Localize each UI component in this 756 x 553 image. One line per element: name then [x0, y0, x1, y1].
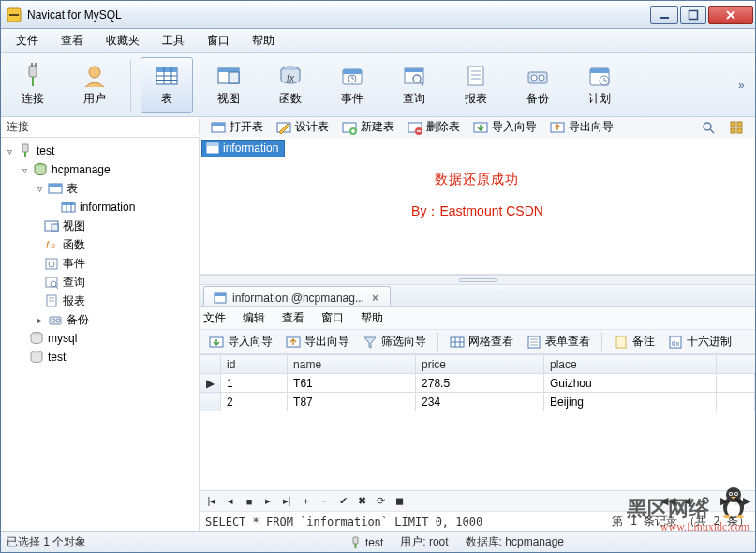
nav-last[interactable]: ▸| [278, 494, 295, 509]
svg-point-79 [56, 319, 60, 322]
smtb-design-table[interactable]: 设计表 [271, 117, 334, 137]
tree-group-tables[interactable]: ▿表 [1, 179, 199, 198]
maximize-button[interactable] [680, 6, 706, 24]
main-toolbar: 连接 用户 表 视图 fx 函数 事件 查询 报表 [1, 53, 755, 117]
submenu-view[interactable]: 查看 [282, 310, 304, 326]
tree-db-hcpmanage[interactable]: ▿hcpmanage [1, 160, 199, 179]
nav-del[interactable]: － [316, 494, 333, 509]
svg-rect-100 [354, 544, 356, 548]
tb-connect[interactable]: 连接 [7, 57, 59, 113]
selected-object-chip[interactable]: information [201, 140, 285, 157]
table-item-icon [61, 200, 76, 215]
nav-first[interactable]: |◂ [203, 494, 220, 509]
queries-icon [44, 275, 59, 290]
smtb-open-table[interactable]: 打开表 [205, 117, 269, 137]
nav-add[interactable]: ＋ [297, 494, 314, 509]
nav-refresh[interactable]: ⟳ [372, 494, 389, 509]
svg-rect-42 [212, 123, 225, 126]
tree-group-funcs[interactable]: fo函数 [1, 235, 199, 254]
submenu-help[interactable]: 帮助 [361, 310, 383, 326]
smtb-import[interactable]: 导入向导 [467, 117, 542, 137]
table-row[interactable]: 2 T87 234 Beijing [200, 393, 755, 411]
tb-event[interactable]: 事件 [326, 57, 378, 113]
tree-db-test[interactable]: test [1, 348, 199, 366]
subtb-hex[interactable]: 0x十六进制 [662, 332, 737, 351]
tree-conn-test[interactable]: ▿test [1, 142, 199, 160]
subtb-memo[interactable]: 备注 [608, 332, 660, 351]
tb-plan[interactable]: 计划 [573, 57, 626, 113]
col-place[interactable]: place [543, 355, 716, 374]
tree-group-events[interactable]: 事件 [1, 254, 199, 273]
app-icon [7, 7, 22, 22]
toolbar-overflow[interactable]: » [738, 79, 749, 92]
tb-user[interactable]: 用户 [68, 57, 121, 113]
minimize-button[interactable] [650, 6, 678, 24]
connection-tree[interactable]: ▿test ▿hcpmanage ▿表 information 视图 fo函数 … [1, 138, 200, 531]
nav-page-next[interactable]: ▶▶ [734, 494, 751, 509]
tree-group-reports[interactable]: 报表 [1, 291, 199, 310]
svg-rect-66 [52, 224, 58, 231]
svg-point-8 [89, 67, 100, 78]
svg-rect-53 [737, 122, 742, 127]
tb-table[interactable]: 表 [141, 57, 193, 113]
tb-view[interactable]: 视图 [202, 57, 255, 113]
nav-page-down[interactable]: ▶ [716, 494, 733, 509]
tb-report[interactable]: 报表 [450, 57, 502, 113]
pane-grip[interactable] [200, 276, 755, 285]
subtb-filter[interactable]: 筛选向导 [357, 332, 432, 351]
smtb-search[interactable] [695, 118, 721, 137]
tree-group-views[interactable]: 视图 [1, 217, 199, 235]
data-tab[interactable]: information @hcpmanag... × [203, 286, 391, 306]
smtb-new-table[interactable]: 新建表 [336, 117, 400, 137]
table-row[interactable]: ▶ 1 T61 278.5 Guizhou [200, 374, 755, 393]
nav-prev[interactable]: ◂ [222, 494, 239, 509]
nav-page-up[interactable]: ◀ [678, 494, 695, 509]
smtb-gridmode[interactable] [723, 118, 749, 137]
menu-fav[interactable]: 收藏夹 [95, 30, 151, 52]
tree-table-information[interactable]: information [1, 198, 199, 217]
smtb-export[interactable]: 导出向导 [544, 117, 619, 137]
design-table-icon [276, 120, 291, 135]
menu-window[interactable]: 窗口 [196, 30, 241, 52]
table-item-icon [206, 142, 219, 155]
nav-page-prev[interactable]: ◀◀ [660, 494, 676, 509]
table-icon [154, 63, 180, 89]
svg-rect-10 [156, 67, 177, 72]
subtb-formview[interactable]: 表单查看 [521, 332, 596, 351]
subtb-import[interactable]: 导入向导 [203, 332, 278, 351]
backups-icon [48, 312, 63, 327]
menu-view[interactable]: 查看 [50, 30, 95, 52]
col-id[interactable]: id [221, 355, 288, 374]
close-button[interactable] [708, 6, 753, 24]
tab-close-icon[interactable]: × [370, 291, 380, 305]
tree-db-mysql[interactable]: mysql [1, 329, 199, 348]
subtb-export[interactable]: 导出向导 [280, 332, 355, 351]
col-name[interactable]: name [288, 355, 416, 374]
tb-query[interactable]: 查询 [388, 57, 440, 113]
nav-next[interactable]: ▸ [259, 494, 276, 509]
tb-backup[interactable]: 备份 [511, 57, 564, 113]
database-closed-icon [29, 331, 44, 346]
tree-group-queries[interactable]: 查询 [1, 273, 199, 291]
svg-rect-60 [49, 184, 62, 187]
submenu-edit[interactable]: 编辑 [243, 310, 265, 326]
menu-file[interactable]: 文件 [5, 30, 50, 52]
data-grid[interactable]: id name price place ▶ 1 T61 278.5 [200, 354, 755, 490]
nav-commit[interactable]: ✔ [334, 494, 351, 509]
subtb-gridview[interactable]: 网格查看 [444, 332, 519, 351]
col-price[interactable]: price [416, 355, 544, 374]
nav-settings[interactable]: ⚙ [697, 494, 714, 509]
nav-cancel[interactable]: ✖ [353, 494, 370, 509]
menu-help[interactable]: 帮助 [241, 30, 286, 52]
menu-tools[interactable]: 工具 [151, 30, 196, 52]
tb-func[interactable]: fx 函数 [264, 57, 317, 113]
smtb-delete-table[interactable]: 删除表 [402, 117, 466, 137]
nav-stop2[interactable]: ◼ [391, 494, 408, 509]
views-icon [44, 218, 59, 233]
submenu-window[interactable]: 窗口 [321, 310, 344, 326]
submenu-file[interactable]: 文件 [203, 310, 226, 326]
svg-point-78 [52, 319, 55, 322]
user-icon [82, 63, 108, 89]
nav-stop[interactable]: ■ [241, 494, 258, 509]
tree-group-backup[interactable]: ▸备份 [1, 310, 199, 329]
